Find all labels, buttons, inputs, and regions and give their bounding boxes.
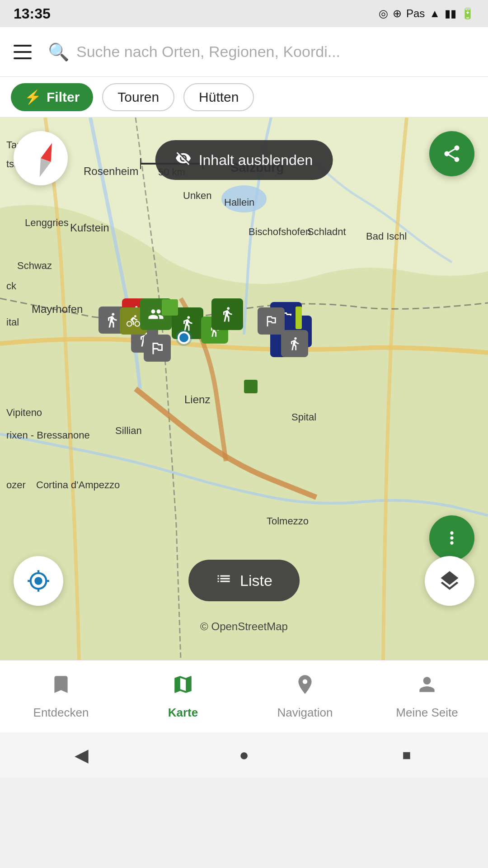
- nav-item-karte[interactable]: Karte: [122, 660, 244, 732]
- city-ck: ck: [6, 280, 16, 292]
- home-button[interactable]: ●: [230, 741, 258, 769]
- city-tal: ital: [6, 316, 19, 328]
- gps-icon: [27, 569, 50, 593]
- marker-gray-right[interactable]: [281, 330, 308, 357]
- city-tolmezzo: Tolmezzo: [267, 515, 309, 527]
- wifi-icon: ▲: [429, 7, 440, 20]
- filter-button[interactable]: ⚡ Filter: [11, 83, 93, 111]
- share-icon: [442, 144, 462, 164]
- network-label: Pas: [406, 7, 425, 20]
- top-bar: 🔍 Suche nach Orten, Regionen, Koordi...: [0, 27, 488, 77]
- layers-button[interactable]: [425, 556, 474, 606]
- back-button[interactable]: ◀: [68, 741, 95, 769]
- city-schwaz: Schwaz: [17, 260, 52, 272]
- status-time: 13:35: [14, 5, 51, 22]
- share-filter-button[interactable]: [429, 131, 474, 176]
- filter-label: Filter: [47, 90, 80, 105]
- nav-label-entdecken: Entdecken: [33, 706, 89, 720]
- battery-icon: 🔋: [461, 7, 474, 20]
- marker-small-green-1[interactable]: [162, 299, 178, 316]
- map-copyright: © OpenStreetMap: [200, 620, 288, 633]
- city-unken: Unken: [183, 190, 212, 202]
- nav-label-navigation: Navigation: [277, 706, 333, 720]
- navigation-icon: [294, 673, 316, 701]
- nav-label-meine-seite: Meine Seite: [396, 706, 458, 720]
- search-bar[interactable]: 🔍 Suche nach Orten, Regionen, Koordi...: [48, 42, 474, 62]
- marker-hiker-green-3[interactable]: [211, 298, 243, 330]
- city-mayrhofen: Mayrhofen: [32, 303, 83, 316]
- hide-content-button[interactable]: Inhalt ausblenden: [155, 140, 333, 180]
- nav-label-karte: Karte: [168, 706, 198, 720]
- circle-icon: ◎: [379, 7, 388, 20]
- nav-item-meine-seite[interactable]: Meine Seite: [366, 660, 488, 732]
- map-container[interactable]: Salzburg Rosenheim Kufstein Mayrhofen Li…: [0, 118, 488, 660]
- search-icon: 🔍: [48, 42, 69, 62]
- city-schladnt: Schladnt: [307, 226, 346, 238]
- more-icon: [442, 528, 462, 548]
- city-lienz: Lienz: [184, 393, 210, 406]
- city-bad-ischl: Bad Ischl: [366, 231, 407, 242]
- city-vipiteno: Vipiteno: [6, 407, 42, 419]
- list-icon: [216, 571, 232, 590]
- marker-small-green-2[interactable]: [244, 380, 258, 393]
- city-hallein: Hallein: [224, 197, 254, 208]
- bookmark-icon: [50, 673, 72, 701]
- status-bar: 13:35 ◎ ⊕ Pas ▲ ▮▮ 🔋: [0, 0, 488, 27]
- status-icons: ◎ ⊕ Pas ▲ ▮▮ 🔋: [379, 7, 474, 20]
- city-bozen: ozer: [6, 479, 26, 491]
- city-lenggries: Lenggries: [25, 217, 69, 229]
- city-bischofshofen: Bischofshofen: [249, 226, 311, 238]
- marker-mountains-gray[interactable]: [144, 335, 171, 362]
- android-nav-bar: ◀ ● ■: [0, 732, 488, 778]
- user-location-dot: [178, 331, 190, 344]
- list-button[interactable]: Liste: [188, 560, 300, 601]
- search-placeholder: Suche nach Orten, Regionen, Koordi...: [76, 43, 340, 61]
- map-icon: [172, 673, 194, 701]
- city-kufstein: Kufstein: [70, 222, 109, 234]
- gps-button[interactable]: [14, 556, 63, 606]
- more-options-button[interactable]: [429, 515, 474, 561]
- city-rosenheim: Rosenheim: [84, 165, 138, 178]
- recent-button[interactable]: ■: [393, 741, 420, 769]
- city-sillian: Sillian: [115, 425, 142, 437]
- layers-icon: [438, 569, 461, 593]
- menu-button[interactable]: [14, 39, 39, 65]
- bottom-nav: Entdecken Karte Navigation Meine Seite: [0, 660, 488, 732]
- hide-icon: [175, 150, 192, 170]
- hide-content-label: Inhalt ausblenden: [199, 152, 313, 169]
- city-spital: Spital: [291, 411, 316, 423]
- marker-mountains-gray-2[interactable]: [258, 307, 285, 335]
- list-label: Liste: [240, 572, 272, 590]
- city-brixen: rixen - Bressanone: [6, 429, 90, 441]
- huetten-chip[interactable]: Hütten: [183, 83, 254, 111]
- city-cortina: Cortina d'Ampezzo: [36, 479, 120, 491]
- nav-item-entdecken[interactable]: Entdecken: [0, 660, 122, 732]
- filter-bar: ⚡ Filter Touren Hütten: [0, 77, 488, 118]
- nav-item-navigation[interactable]: Navigation: [244, 660, 366, 732]
- marker-yellow-stripe[interactable]: [296, 307, 302, 329]
- person-icon: [416, 673, 438, 701]
- at-icon: ⊕: [393, 7, 402, 20]
- signal-icon: ▮▮: [445, 7, 456, 20]
- touren-chip[interactable]: Touren: [102, 83, 174, 111]
- filter-icon: ⚡: [24, 89, 41, 105]
- compass[interactable]: [14, 131, 68, 185]
